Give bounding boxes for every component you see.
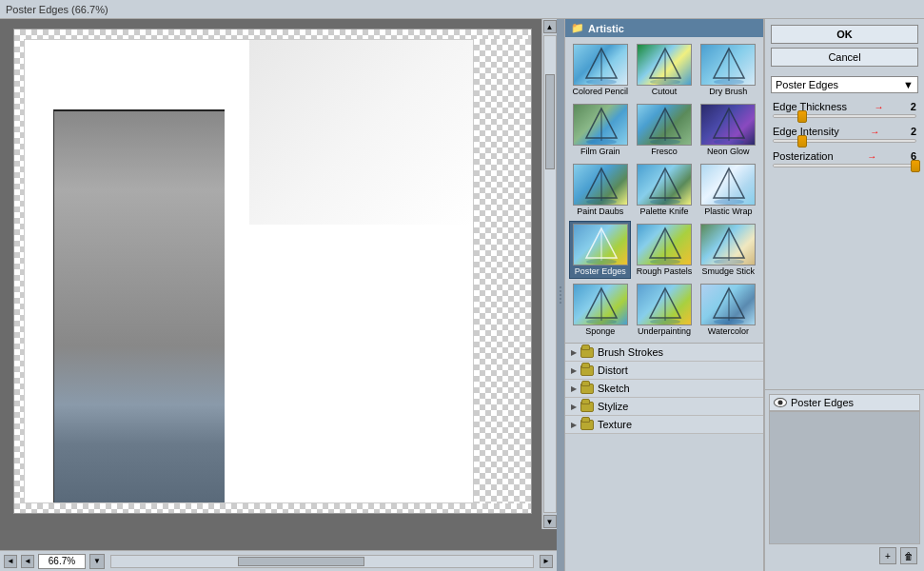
filter-thumb-image-colored-pencil	[573, 44, 628, 86]
filter-thumb-paint-daubs[interactable]: Paint Daubs	[569, 161, 631, 219]
rp-bottom-section: Poster Edges + 🗑	[765, 389, 924, 571]
filter-thumb-label-sponge: Sponge	[585, 326, 615, 336]
cancel-button[interactable]: Cancel	[771, 48, 918, 67]
filter-thumb-label-smudge-stick: Smudge Stick	[702, 266, 756, 276]
category-list: ▶ Brush Strokes ▶ Distort ▶ Sketch ▶ Sty…	[565, 343, 763, 571]
filter-thumb-image-plastic-wrap	[700, 164, 756, 206]
category-label: Stylize	[598, 401, 628, 412]
filter-thumb-film-grain[interactable]: Film Grain	[569, 101, 631, 159]
filter-thumb-label-underpainting: Underpainting	[638, 326, 691, 336]
category-label: Distort	[598, 364, 628, 376]
filter-thumb-poster-edges[interactable]: Poster Edges	[569, 221, 631, 279]
category-folder-icon	[580, 365, 594, 376]
svg-point-41	[650, 319, 680, 325]
filter-thumb-image-watercolor	[700, 284, 756, 325]
zoom-dropdown-button[interactable]: ▼	[89, 554, 105, 569]
slider-track-1[interactable]	[773, 139, 916, 143]
category-arrow-icon: ▶	[571, 421, 577, 429]
filter-thumb-label-colored-pencil: Colored Pencil	[572, 87, 628, 96]
category-item-distort[interactable]: ▶ Distort	[565, 362, 763, 380]
svg-point-11	[586, 139, 617, 145]
slider-track-0[interactable]	[773, 114, 916, 118]
slider-thumb-handle-0[interactable]	[797, 110, 807, 123]
category-label: Sketch	[598, 383, 630, 394]
filter-thumb-cutout[interactable]: Cutout	[633, 41, 695, 99]
slider-arrow-icon-0: →	[874, 102, 883, 112]
filter-thumb-smudge-stick[interactable]: Smudge Stick	[698, 221, 759, 279]
category-item-brush-strokes[interactable]: ▶ Brush Strokes	[565, 344, 763, 362]
svg-point-2	[586, 79, 617, 85]
rp-buttons: OK Cancel	[765, 19, 924, 72]
slider-thumb-0[interactable]	[797, 110, 807, 123]
filter-thumb-image-poster-edges	[573, 224, 628, 266]
category-item-texture[interactable]: ▶ Texture	[565, 416, 763, 434]
slider-value-0: 2	[911, 101, 916, 112]
delete-layer-icon-button[interactable]: 🗑	[900, 547, 917, 564]
slider-arrow-icon-1: →	[870, 127, 879, 137]
filter-thumb-label-rough-pastels: Rough Pastels	[637, 266, 693, 276]
filter-thumb-image-underpainting	[637, 284, 692, 325]
filter-thumb-image-cutout	[637, 44, 692, 86]
filter-grid: Colored Pencil Cutout Dry Brush Film Gra…	[565, 37, 763, 343]
title-bar: Poster Edges (66.7%)	[0, 0, 924, 19]
filter-thumb-fresco[interactable]: Fresco	[633, 101, 695, 159]
slider-thumb-2[interactable]	[911, 160, 920, 172]
filter-thumb-palette-knife[interactable]: Palette Knife	[633, 161, 695, 219]
scroll-left-btn[interactable]: ◄	[4, 555, 17, 568]
filter-thumb-image-fresco	[637, 104, 692, 146]
v-scroll-thumb[interactable]	[545, 74, 555, 169]
horizontal-scrollbar[interactable]	[110, 555, 534, 568]
new-layer-icon-button[interactable]: +	[879, 547, 896, 564]
category-arrow-icon: ▶	[571, 384, 577, 393]
v-scroll-track[interactable]	[543, 35, 557, 513]
title-text: Poster Edges (66.7%)	[6, 4, 108, 15]
filter-thumb-label-film-grain: Film Grain	[580, 147, 620, 156]
dropdown-arrow-icon: ▼	[903, 79, 914, 90]
scroll-down-button[interactable]: ▼	[543, 515, 557, 528]
slider-value-1: 2	[911, 126, 916, 137]
scroll-right-btn[interactable]: ►	[540, 555, 553, 568]
category-arrow-icon: ▶	[571, 366, 577, 375]
filter-thumb-label-poster-edges: Poster Edges	[575, 266, 626, 276]
preview-eye-icon[interactable]	[774, 398, 787, 407]
canvas-checkerboard-right	[474, 39, 531, 503]
filter-thumb-sponge[interactable]: Sponge	[569, 281, 631, 339]
filter-thumb-label-cutout: Cutout	[652, 87, 678, 96]
filter-thumb-rough-pastels[interactable]: Rough Pastels	[633, 221, 695, 279]
category-item-sketch[interactable]: ▶ Sketch	[565, 380, 763, 398]
slider-label-0: Edge Thickness	[773, 101, 847, 112]
slider-thumb-1[interactable]	[797, 135, 807, 148]
h-scroll-thumb[interactable]	[238, 557, 364, 566]
slider-label-2: Posterization	[773, 150, 834, 162]
filter-thumb-image-dry-brush	[700, 44, 756, 86]
panel-divider[interactable]	[557, 19, 564, 571]
filter-dropdown[interactable]: Poster Edges ▼	[771, 76, 918, 93]
category-item-stylize[interactable]: ▶ Stylize	[565, 398, 763, 416]
slider-fill-2	[774, 165, 915, 167]
filter-thumb-plastic-wrap[interactable]: Plastic Wrap	[698, 161, 759, 219]
svg-point-32	[650, 259, 680, 265]
svg-point-8	[714, 79, 744, 85]
filter-thumb-label-paint-daubs: Paint Daubs	[577, 207, 623, 216]
filter-thumb-watercolor[interactable]: Watercolor	[698, 281, 759, 339]
filter-thumb-image-sponge	[573, 284, 628, 325]
filter-thumb-underpainting[interactable]: Underpainting	[633, 281, 695, 339]
canvas-document	[13, 29, 532, 514]
svg-point-17	[714, 139, 744, 145]
filter-thumb-neon-glow[interactable]: Neon Glow	[698, 101, 759, 159]
filter-thumb-dry-brush[interactable]: Dry Brush	[698, 41, 759, 99]
svg-point-38	[586, 319, 617, 325]
filter-thumb-image-paint-daubs	[573, 164, 628, 206]
preview-label-row: Poster Edges	[769, 394, 920, 411]
slider-track-2[interactable]	[773, 164, 916, 167]
category-arrow-icon: ▶	[571, 403, 577, 411]
scroll-right-btn2[interactable]: ◄	[21, 555, 34, 568]
slider-thumb-handle-2[interactable]	[911, 160, 920, 172]
category-arrow-icon: ▶	[571, 348, 577, 357]
slider-thumb-handle-1[interactable]	[797, 135, 807, 148]
scroll-up-button[interactable]: ▲	[543, 20, 557, 33]
filter-dropdown-row: Poster Edges ▼	[765, 72, 924, 97]
category-folder-icon	[580, 384, 594, 394]
filter-thumb-colored-pencil[interactable]: Colored Pencil	[569, 41, 631, 99]
ok-button[interactable]: OK	[771, 25, 918, 44]
